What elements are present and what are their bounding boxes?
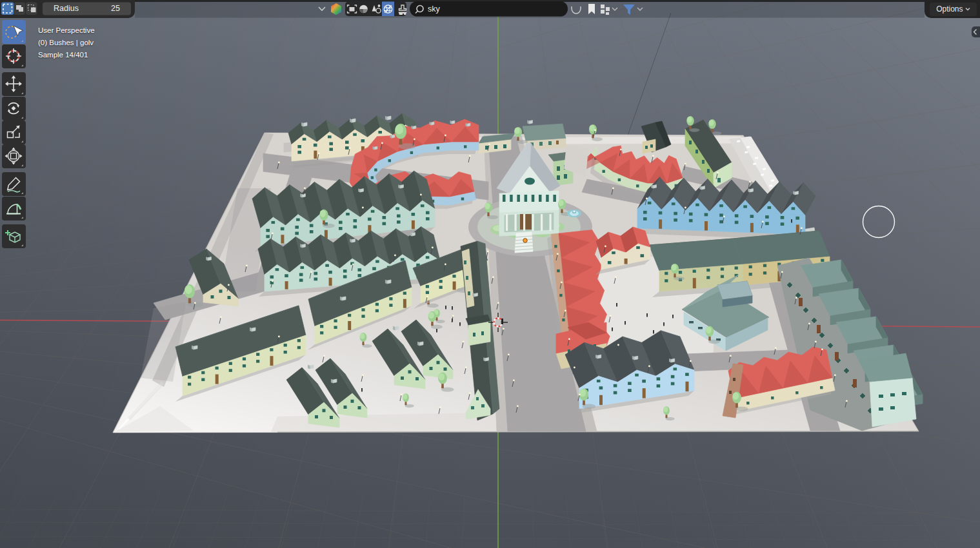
svg-text:sky: sky — [428, 5, 441, 14]
